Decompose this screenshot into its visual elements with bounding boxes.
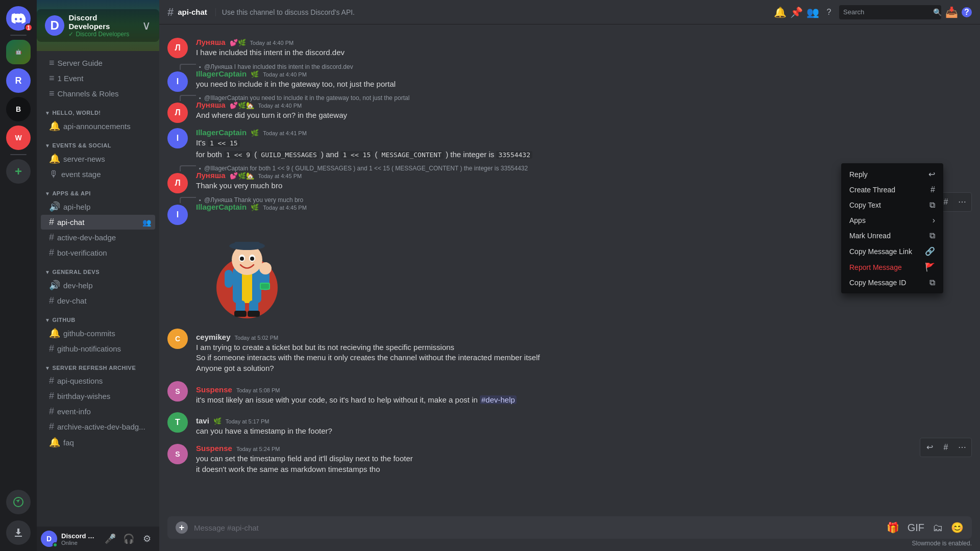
message-author-10[interactable]: Suspense	[196, 444, 232, 453]
server-icon-2[interactable]: R	[6, 68, 31, 93]
category-archive[interactable]: ▼ SERVER REFRESH ARCHIVE	[37, 357, 159, 373]
help-icon[interactable]: ?	[823, 6, 835, 18]
reply-line-6	[180, 197, 196, 203]
context-menu-mark-unread[interactable]: Mark Unread ⧉	[845, 228, 939, 243]
context-menu-apps[interactable]: Apps ›	[845, 213, 939, 228]
message-author-3[interactable]: Луняша	[196, 101, 226, 109]
add-server-button[interactable]: +	[6, 159, 31, 184]
announce-icon-4: 🔔	[49, 437, 60, 448]
download-button[interactable]	[6, 520, 31, 545]
channel-title: # api-chat	[167, 6, 207, 19]
channel-item-server-guide[interactable]: ≡ Server Guide	[41, 56, 155, 70]
sticker-icon[interactable]: 🗂	[933, 522, 943, 534]
thread-action-button-10[interactable]: #	[939, 440, 953, 455]
explore-servers-button[interactable]	[6, 490, 31, 514]
channel-item-archive-badge[interactable]: # archive-active-dev-badg...	[41, 419, 155, 434]
search-input[interactable]	[843, 8, 929, 16]
message-timestamp-2: Today at 4:40 PM	[263, 71, 307, 78]
message-author-5[interactable]: Луняша	[196, 171, 226, 180]
message-author-2[interactable]: IllagerCaptain	[196, 69, 247, 78]
channel-item-dev-chat[interactable]: # dev-chat	[41, 293, 155, 308]
server-icon-discord-dev[interactable]: 🤖	[6, 40, 31, 64]
more-action-button[interactable]: ⋯	[955, 195, 969, 209]
server-menu-chevron[interactable]: ∨	[142, 18, 151, 33]
category-apps-api[interactable]: ▼ APPS && API	[37, 182, 159, 198]
message-author-6[interactable]: IllagerCaptain	[196, 203, 247, 211]
message-input[interactable]	[194, 518, 880, 538]
dev-help-channel-link[interactable]: dev-help	[480, 395, 517, 404]
message-author-7[interactable]: ceymikey	[196, 333, 231, 341]
message-author-9[interactable]: tavi	[196, 416, 209, 425]
context-menu-reply[interactable]: Reply ↩	[845, 166, 939, 182]
reply-text-3[interactable]: @IllagerCaptain you need to include it i…	[204, 94, 409, 102]
channel-item-event-info[interactable]: # event-info	[41, 404, 155, 419]
channel-item-dev-help[interactable]: 🔊 dev-help	[41, 278, 155, 293]
reply-text-5[interactable]: @IllagerCaptain for both 1 << 9 ( GUILD_…	[204, 165, 528, 172]
category-github[interactable]: ▼ GITHUB	[37, 309, 159, 325]
server-list: 1 🤖 R B W +	[0, 0, 37, 551]
reply-text-6[interactable]: @Луняша Thank you very much bro	[204, 196, 303, 204]
channel-item-channels-roles[interactable]: ≡ Channels & Roles	[41, 86, 155, 101]
search-icon: 🔍	[933, 8, 942, 16]
announce-icon-2: 🔔	[49, 153, 60, 164]
gif-icon[interactable]: GIF	[908, 522, 924, 534]
channel-item-birthday-wishes[interactable]: # birthday-wishes	[41, 389, 155, 404]
channel-item-server-news[interactable]: 🔔 server-news	[41, 151, 155, 166]
mute-button[interactable]: 🎤	[102, 531, 118, 547]
message-group-7: C ceymikey Today at 5:02 PM I am trying …	[159, 324, 980, 376]
channel-item-faq[interactable]: 🔔 faq	[41, 435, 155, 450]
deafen-button[interactable]: 🎧	[120, 531, 137, 547]
copy-id-icon: ⧉	[929, 278, 935, 287]
emoji-icon[interactable]: 😊	[951, 521, 964, 534]
reply-action-button-10[interactable]: ↩	[922, 440, 937, 455]
message-group-3: ▪ @IllagerCaptain you need to include it…	[159, 92, 980, 123]
svg-rect-11	[225, 270, 233, 288]
context-menu-copy-link[interactable]: Copy Message Link 🔗	[845, 243, 939, 259]
channel-item-github-notifications[interactable]: # github-notifications	[41, 341, 155, 356]
settings-button[interactable]: ⚙	[139, 531, 155, 547]
server-icon-4[interactable]: W	[6, 126, 31, 150]
bell-slash-icon[interactable]: 🔔	[774, 6, 786, 18]
gift-icon[interactable]: 🎁	[887, 521, 899, 534]
category-general-devs[interactable]: ▼ GENERAL DEVS	[37, 261, 159, 277]
more-action-button-10[interactable]: ⋯	[955, 440, 969, 455]
message-avatar-3: Л	[167, 103, 188, 123]
server-icon-3[interactable]: B	[6, 97, 31, 121]
message-author-4[interactable]: IllagerCaptain	[196, 128, 247, 137]
channel-item-active-dev-badge[interactable]: # active-dev-badge	[41, 230, 155, 245]
message-header-4: IllagerCaptain 🌿 Today at 4:41 PM	[196, 128, 972, 137]
question-icon[interactable]: ?	[962, 7, 972, 17]
search-bar[interactable]: 🔍	[839, 5, 941, 19]
user-area: D Discord Pr... Online 🎤 🎧 ⚙	[37, 527, 159, 551]
message-author-8[interactable]: Suspense	[196, 385, 232, 394]
channel-item-api-questions[interactable]: # api-questions	[41, 373, 155, 388]
chevron-icon-3: ▼	[45, 191, 50, 196]
channel-item-1-event[interactable]: ≡ 1 Event	[41, 71, 155, 86]
context-menu-create-thread[interactable]: Create Thread #	[845, 182, 939, 197]
channel-item-api-help[interactable]: 🔊 api-help	[41, 199, 155, 214]
hash-icon-event: #	[49, 406, 54, 417]
reply-line-3	[180, 95, 196, 101]
home-button[interactable]: 1	[6, 6, 31, 31]
add-attachment-button[interactable]: +	[176, 521, 188, 534]
reply-text[interactable]: @Луняша I have included this intent in t…	[204, 63, 353, 70]
channel-item-event-stage[interactable]: 🎙 event stage	[41, 167, 155, 182]
channel-item-github-commits[interactable]: 🔔 github-commits	[41, 325, 155, 341]
message-avatar-5: Л	[167, 173, 188, 193]
channel-item-api-chat[interactable]: # api-chat 👥	[41, 215, 155, 230]
message-author[interactable]: Луняша	[196, 38, 226, 46]
pin-icon[interactable]: 📌	[790, 6, 802, 18]
user-avatar[interactable]: D	[41, 531, 57, 547]
inbox-icon[interactable]: 📥	[945, 6, 958, 18]
channel-item-api-announcements[interactable]: 🔔 api-announcements	[41, 118, 155, 134]
channel-item-bot-verification[interactable]: # bot-verification	[41, 245, 155, 260]
category-events-social[interactable]: ▼ EVENTS && SOCIAL	[37, 134, 159, 151]
context-menu-report[interactable]: Report Message 🚩	[845, 259, 939, 275]
category-hello-world[interactable]: ▼ HELLO, WORLD!	[37, 102, 159, 118]
message-timestamp-10: Today at 5:24 PM	[236, 446, 280, 452]
context-menu-copy-text[interactable]: Copy Text ⧉	[845, 197, 939, 213]
svg-rect-19	[248, 311, 260, 317]
members-list-icon[interactable]: 👥	[806, 6, 819, 18]
context-menu-copy-id[interactable]: Copy Message ID ⧉	[845, 275, 939, 290]
channel-sidebar: D Discord Developers ✓Discord Developers…	[37, 0, 159, 551]
